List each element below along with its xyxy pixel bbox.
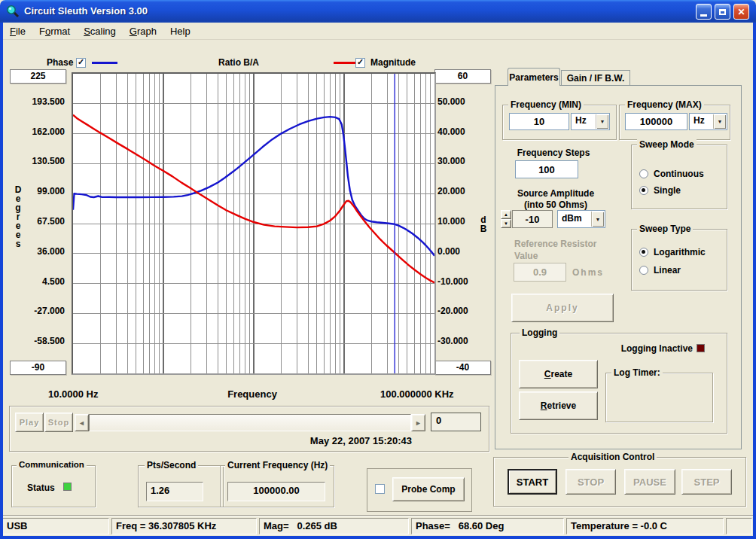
x-axis-title: Frequency [188,388,316,400]
radio-logarithmic-label: Logarithmic [654,247,706,257]
tab-parameters[interactable]: Parameters [508,68,560,86]
status-segment-0: USB [2,518,109,534]
right-axis-tick: -10.000 [437,276,487,287]
frequency-min-unit-value: Hz [575,115,587,126]
right-axis-min-box: -40 [434,361,491,375]
frequency-max-input[interactable]: 100000 [625,113,687,130]
current-frequency-caption: Current Frequency (Hz) [225,460,330,470]
chevron-down-icon[interactable]: ▼ [596,114,608,129]
title-bar[interactable]: Circuit Sleuth Version 3.00 ✕ [0,0,756,23]
close-icon: ✕ [737,8,745,17]
frequency-steps-input[interactable]: 100 [515,160,578,178]
playback-slider-track[interactable] [89,414,411,431]
pause-button[interactable]: PAUSE [624,469,675,495]
chevron-down-icon[interactable]: ▼ [591,212,604,227]
window-title: Circuit Sleuth Version 3.00 [24,5,148,17]
status-segment-1: Freq = 36.307805 KHz [111,518,257,534]
status-segment-2: Mag= 0.265 dB [259,518,409,534]
menu-item-scaling[interactable]: Scaling [77,24,123,38]
reference-resistor-sublabel: Value [514,251,538,261]
right-axis-tick: 0.000 [437,246,487,257]
scroll-right-button[interactable]: ► [411,414,425,431]
minimize-button[interactable] [696,4,712,20]
stop-acq-button[interactable]: STOP [565,469,616,495]
radio-logarithmic[interactable] [639,248,648,257]
apply-button[interactable]: Apply [511,294,614,322]
left-axis-tick: -58.500 [15,336,65,346]
source-amplitude-unit-select[interactable]: dBm ▼ [557,210,605,228]
scroll-left-button[interactable]: ◄ [75,414,89,431]
acquisition-caption: Acquisition Control [569,452,657,462]
log-timer-group [605,373,713,422]
sweep-type-caption: Sweep Type [637,224,693,234]
right-axis-max-box: 60 [434,69,491,84]
window-frame-bottom [0,536,756,539]
frequency-min-input[interactable]: 10 [509,113,569,130]
menu-item-file[interactable]: File [3,24,32,38]
probe-comp-checkbox[interactable] [375,484,385,494]
phase-legend-line [92,62,117,64]
start-button[interactable]: START [508,469,557,495]
left-axis-min-box: -90 [10,361,66,375]
window-frame-left [0,21,3,539]
sweep-mode-caption: Sweep Mode [637,139,697,150]
logging-caption: Logging [520,327,559,338]
right-axis-tick: 20.000 [437,186,487,196]
left-axis-title: Degrees [12,185,24,248]
right-axis-tick: 30.000 [437,156,487,166]
window-frame-right [753,21,756,539]
source-amplitude-sublabel: (into 50 Ohms) [509,199,602,210]
close-button[interactable]: ✕ [733,4,749,20]
menu-item-format[interactable]: Format [32,24,77,38]
tab-gain-if-bw[interactable]: Gain / IF B.W. [561,70,630,86]
log-timer-caption: Log Timer: [611,367,663,378]
reference-resistor-unit-label: Ohms [572,267,604,278]
amplitude-spin-down-button[interactable]: ▼ [501,219,511,228]
current-frequency-value: 100000.00 [227,482,325,501]
amplitude-spin-up-button[interactable]: ▲ [501,210,511,219]
radio-continuous-label: Continuous [654,169,704,179]
frequency-min-unit-select[interactable]: Hz ▼ [571,113,610,130]
playback-counter: 0 [431,413,481,431]
maximize-button[interactable] [715,4,730,20]
frequency-max-unit-select[interactable]: Hz ▼ [689,113,727,130]
app-window: Circuit Sleuth Version 3.00 ✕ FileFormat… [0,0,756,539]
radio-single-label: Single [654,185,681,196]
logging-status-label: Logging Inactive [587,343,693,354]
pts-per-second-caption: Pts/Second [145,460,198,470]
left-axis-tick: -27.000 [15,306,65,316]
timestamp-label: May 22, 2007 15:20:43 [226,435,412,446]
retrieve-log-button[interactable]: Retrieve [519,391,598,420]
probe-comp-button[interactable]: Probe Comp [392,477,465,501]
communication-status-led [63,483,72,491]
radio-continuous[interactable] [639,169,648,178]
maximize-icon [719,9,726,15]
right-axis-tick: 40.000 [437,126,487,137]
communication-caption: Communication [17,460,87,469]
chart-title: Ratio B/A [205,57,273,68]
magnitude-checkbox[interactable] [355,58,365,68]
bode-plot-area[interactable] [72,72,436,375]
status-segment-3: Phase= 68.60 Deg [411,518,564,534]
menu-item-help[interactable]: Help [163,24,197,38]
chevron-down-icon[interactable]: ▼ [713,114,726,129]
left-axis-tick: 4.500 [15,276,65,287]
status-segment-4: Temperature = -0.0 C [566,518,724,534]
phase-checkbox[interactable] [76,58,86,68]
x-axis-min-label: 10.0000 Hz [48,388,99,400]
magnifier-app-icon [6,5,20,18]
source-amplitude-input[interactable]: -10 [512,210,553,228]
radio-linear[interactable] [639,266,648,275]
stop-button[interactable]: Stop [44,413,73,432]
radio-linear-label: Linear [654,265,681,276]
frequency-steps-label: Frequency Steps [505,148,602,158]
create-log-button[interactable]: Create [519,360,598,388]
right-axis-tick: -20.000 [437,306,487,316]
play-button[interactable]: Play [15,413,44,432]
menu-item-graph[interactable]: Graph [123,24,163,38]
source-amplitude-label: Source Amplitude [503,188,608,199]
step-button[interactable]: STEP [681,469,732,495]
radio-single[interactable] [639,186,648,195]
status-segment-spacer [726,518,752,534]
right-axis-tick: -30.000 [437,336,487,346]
